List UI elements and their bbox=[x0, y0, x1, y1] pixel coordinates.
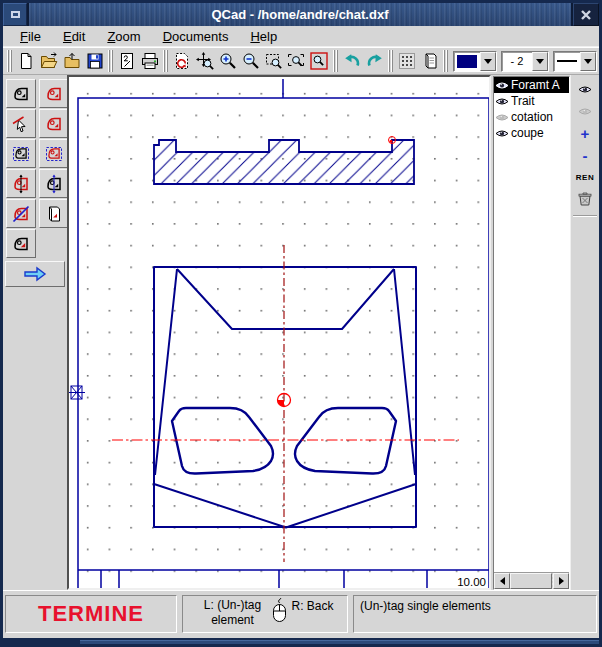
proceed-button[interactable] bbox=[5, 261, 65, 287]
zoom-auto-button[interactable] bbox=[285, 49, 308, 74]
hide-all-layers-button[interactable] bbox=[573, 101, 597, 121]
layer-list-toggle-button[interactable] bbox=[419, 49, 442, 74]
scrollbar-thumb[interactable] bbox=[510, 573, 552, 589]
layer-row-trait[interactable]: Trait bbox=[494, 93, 569, 109]
titlebar[interactable]: QCad - /home/andre/chat.dxf bbox=[3, 3, 599, 26]
clear-selection-icon bbox=[11, 204, 31, 224]
main-area: 10.00 Foramt A Trait cotation coupe bbox=[3, 75, 599, 590]
layer-name: cotation bbox=[511, 110, 553, 124]
width-combo[interactable]: - 2 bbox=[501, 51, 549, 72]
invert-selection-button[interactable] bbox=[6, 229, 36, 258]
print-preview-icon bbox=[117, 51, 137, 71]
zoom-window-icon bbox=[264, 51, 284, 71]
chevron-down-icon bbox=[484, 59, 492, 64]
drawing-canvas[interactable]: 10.00 bbox=[67, 75, 491, 590]
toolbar-handle bbox=[388, 50, 394, 72]
mouse-right-hint: R: Back bbox=[291, 598, 333, 632]
redo-button[interactable] bbox=[363, 49, 386, 74]
tag-layer-icon bbox=[44, 204, 64, 224]
rename-layer-button[interactable]: REN bbox=[573, 167, 597, 187]
remove-layer-button[interactable]: - bbox=[573, 145, 597, 165]
toolbar-handle bbox=[7, 50, 13, 72]
redraw-icon bbox=[172, 51, 192, 71]
scroll-left-button[interactable] bbox=[494, 573, 510, 589]
linetype-combo-arrow[interactable] bbox=[580, 52, 596, 71]
zoom-previous-button[interactable] bbox=[308, 49, 331, 74]
tag-element-button[interactable] bbox=[6, 109, 36, 138]
zoom-out-icon bbox=[241, 51, 261, 71]
toolbar-handle bbox=[443, 50, 449, 72]
untag-range-button[interactable] bbox=[39, 139, 69, 168]
untag-intersected-icon bbox=[44, 174, 64, 194]
close-button[interactable] bbox=[573, 3, 599, 26]
layer-list-scrollbar[interactable] bbox=[494, 572, 569, 589]
remove-layer-label: - bbox=[583, 148, 588, 163]
add-layer-button[interactable]: + bbox=[573, 123, 597, 143]
scroll-left-icon bbox=[500, 577, 505, 585]
layer-row-foramt-a[interactable]: Foramt A bbox=[494, 77, 569, 93]
layer-row-coupe[interactable]: coupe bbox=[494, 125, 569, 141]
color-combo-arrow[interactable] bbox=[480, 52, 496, 71]
print-preview-button[interactable] bbox=[116, 49, 139, 74]
pan-zoom-icon bbox=[195, 51, 215, 71]
menubar: FileEditZoomDocumentsHelp bbox=[3, 26, 599, 47]
zoom-in-button[interactable] bbox=[217, 49, 240, 74]
tag-layer-button[interactable] bbox=[39, 199, 69, 228]
delete-layer-button[interactable] bbox=[573, 189, 597, 209]
untag-intersected-button[interactable] bbox=[39, 169, 69, 198]
tag-intersected-icon bbox=[11, 174, 31, 194]
save-file-button[interactable] bbox=[83, 49, 106, 74]
tag-object-icon bbox=[11, 84, 31, 104]
redraw-button[interactable] bbox=[171, 49, 194, 74]
eye-icon bbox=[495, 96, 509, 107]
new-file-button[interactable] bbox=[15, 49, 38, 74]
untag-element-button[interactable] bbox=[39, 109, 69, 138]
menu-edit[interactable]: Edit bbox=[52, 27, 96, 46]
tag-object-button[interactable] bbox=[6, 79, 36, 108]
add-layer-label: + bbox=[581, 126, 590, 141]
linetype-combo[interactable] bbox=[553, 51, 597, 72]
eye-icon bbox=[495, 112, 509, 123]
cad-drawing: 10.00 bbox=[69, 77, 489, 588]
system-menu-button[interactable] bbox=[3, 3, 27, 26]
layer-toolbar-separator bbox=[573, 215, 597, 217]
menu-file[interactable]: File bbox=[9, 27, 52, 46]
action-status-label: TERMINE bbox=[38, 601, 144, 627]
toolbar-handle bbox=[108, 50, 114, 72]
qcad-window: QCad - /home/andre/chat.dxf FileEditZoom… bbox=[0, 0, 602, 647]
close-icon bbox=[580, 9, 592, 21]
import-file-button[interactable] bbox=[60, 49, 83, 74]
clear-selection-button[interactable] bbox=[6, 199, 36, 228]
status-mouse-panel: L: (Un-)tag element R: Back bbox=[182, 595, 348, 633]
menu-help[interactable]: Help bbox=[239, 27, 288, 46]
show-all-layers-button[interactable] bbox=[573, 79, 597, 99]
color-combo[interactable] bbox=[453, 51, 497, 72]
menu-zoom[interactable]: Zoom bbox=[96, 27, 151, 46]
undo-button[interactable] bbox=[340, 49, 363, 74]
grid-toggle-button[interactable] bbox=[396, 49, 419, 74]
statusbar: TERMINE L: (Un-)tag element R: Back (Un-… bbox=[3, 590, 599, 638]
scrollbar-track[interactable] bbox=[510, 573, 553, 589]
scroll-right-button[interactable] bbox=[553, 573, 569, 589]
tag-range-button[interactable] bbox=[6, 139, 36, 168]
system-menu-icon bbox=[11, 11, 20, 18]
scroll-right-icon bbox=[559, 577, 564, 585]
print-button[interactable] bbox=[138, 49, 161, 74]
width-combo-arrow[interactable] bbox=[532, 52, 548, 71]
eye-icon bbox=[578, 106, 592, 117]
untag-object-button[interactable] bbox=[39, 79, 69, 108]
color-swatch bbox=[457, 55, 477, 68]
untag-object-icon bbox=[44, 84, 64, 104]
layer-toolbar: +-REN bbox=[570, 75, 599, 590]
undo-icon bbox=[342, 51, 362, 71]
open-file-button[interactable] bbox=[38, 49, 61, 74]
layer-list-toggle-icon bbox=[420, 51, 440, 71]
menu-documents[interactable]: Documents bbox=[152, 27, 240, 46]
tag-intersected-button[interactable] bbox=[6, 169, 36, 198]
toolbar: - 2 bbox=[3, 47, 599, 75]
pan-zoom-button[interactable] bbox=[194, 49, 217, 74]
zoom-window-button[interactable] bbox=[262, 49, 285, 74]
window-bottom-border bbox=[0, 638, 602, 647]
layer-row-cotation[interactable]: cotation bbox=[494, 109, 569, 125]
zoom-out-button[interactable] bbox=[239, 49, 262, 74]
